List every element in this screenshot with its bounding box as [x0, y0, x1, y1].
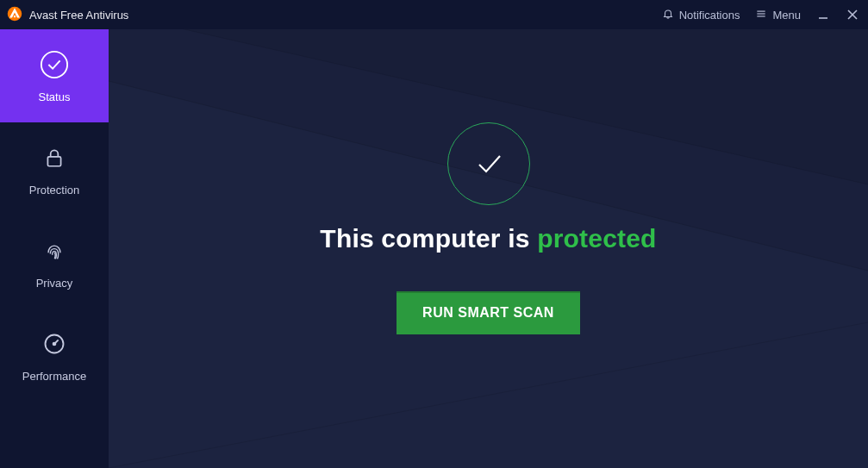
menu-button[interactable]: Menu [755, 8, 801, 22]
sidebar-item-label: Performance [22, 370, 86, 383]
notifications-label: Notifications [679, 9, 740, 22]
check-icon [469, 144, 509, 184]
avast-logo-icon [7, 6, 22, 24]
sidebar-item-protection[interactable]: Protection [0, 122, 109, 215]
svg-point-12 [53, 342, 56, 345]
notifications-button[interactable]: Notifications [662, 8, 740, 22]
sidebar-item-performance[interactable]: Performance [0, 309, 109, 402]
status-headline-prefix: This computer is [320, 224, 537, 253]
title-bar: Avast Free Antivirus Notifications [0, 0, 868, 29]
sidebar-item-label: Privacy [36, 277, 73, 290]
app-window: Avast Free Antivirus Notifications [0, 0, 868, 468]
status-headline: This computer is protected [320, 224, 656, 253]
hamburger-icon [755, 8, 767, 22]
sidebar-item-privacy[interactable]: Privacy [0, 215, 109, 309]
app-title: Avast Free Antivirus [29, 9, 128, 22]
svg-rect-1 [14, 16, 16, 17]
svg-line-17 [109, 322, 868, 468]
fingerprint-icon [39, 235, 70, 266]
minimize-button[interactable] [816, 8, 830, 22]
sidebar-item-label: Status [39, 90, 71, 103]
sidebar: Status Protection [0, 29, 109, 468]
gauge-icon [39, 328, 70, 359]
sidebar-item-status[interactable]: Status [0, 29, 109, 122]
svg-rect-9 [47, 156, 60, 165]
run-smart-scan-button[interactable]: RUN SMART SCAN [397, 291, 580, 334]
lock-icon [39, 142, 70, 173]
status-check-indicator [447, 122, 530, 205]
bell-icon [662, 8, 674, 22]
check-circle-icon [39, 49, 70, 80]
main-panel: This computer is protected RUN SMART SCA… [109, 29, 868, 468]
menu-label: Menu [772, 9, 801, 22]
svg-point-8 [41, 51, 67, 77]
status-headline-status: protected [537, 224, 657, 253]
sidebar-item-label: Protection [29, 184, 80, 197]
title-bar-left: Avast Free Antivirus [7, 6, 128, 24]
close-button[interactable] [846, 8, 859, 22]
title-bar-right: Notifications Menu [662, 8, 859, 22]
content-area: Status Protection [0, 29, 868, 468]
